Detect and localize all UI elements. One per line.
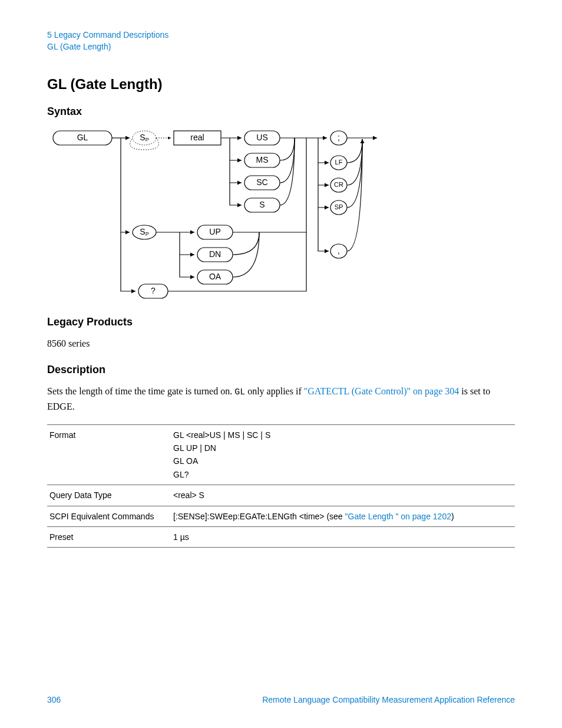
svg-text:,: , — [338, 246, 340, 255]
svg-text:SC: SC — [256, 177, 267, 187]
svg-text:?: ? — [151, 286, 156, 295]
svg-text:CR: CR — [334, 181, 343, 188]
row-value: <real> S — [171, 485, 515, 506]
svg-text:;: ; — [338, 133, 340, 142]
svg-text:SP: SP — [335, 203, 343, 210]
spec-table: Format GL <real>US | MS | SC | S GL UP |… — [47, 424, 515, 548]
desc-pre: Sets the length of time the time gate is… — [47, 386, 234, 396]
row-value: [:SENSe]:SWEep:EGATe:LENGth <time> (see … — [171, 506, 515, 526]
svg-text:S: S — [259, 200, 265, 209]
svg-text:US: US — [256, 133, 267, 142]
header-section: GL (Gate Length) — [47, 41, 515, 53]
header-chapter: 5 Legacy Command Descriptions — [47, 29, 515, 41]
svg-text:LF: LF — [335, 159, 343, 166]
row-label: Preset — [47, 527, 171, 548]
description-paragraph: Sets the length of time the time gate is… — [47, 384, 515, 414]
page-footer: 306 Remote Language Compatibility Measur… — [47, 695, 515, 704]
doc-title: Remote Language Compatibility Measuremen… — [262, 695, 515, 704]
svg-text:MS: MS — [256, 155, 269, 164]
section-description-heading: Description — [47, 364, 515, 376]
row-value: GL <real>US | MS | SC | S GL UP | DN GL … — [171, 424, 515, 485]
table-row: SCPI Equivalent Commands [:SENSe]:SWEep:… — [47, 506, 515, 526]
table-row: Preset 1 µs — [47, 527, 515, 548]
page-title: GL (Gate Length) — [47, 76, 515, 93]
svg-text:real: real — [190, 133, 204, 142]
table-row: Format GL <real>US | MS | SC | S GL UP |… — [47, 424, 515, 485]
svg-text:GL: GL — [77, 133, 88, 142]
desc-code: GL — [234, 387, 245, 397]
gatectl-link[interactable]: "GATECTL (Gate Control)" on page 304 — [304, 386, 459, 396]
desc-mid: only applies if — [245, 386, 304, 396]
legacy-products-text: 8560 series — [47, 337, 515, 351]
row-label: SCPI Equivalent Commands — [47, 506, 171, 526]
svg-text:OA: OA — [209, 272, 222, 281]
row-value: 1 µs — [171, 527, 515, 548]
section-legacy-heading: Legacy Products — [47, 316, 515, 328]
page-number: 306 — [47, 695, 61, 704]
syntax-diagram: .box { fill:#fff; stroke:#000; stroke-wi… — [47, 126, 515, 303]
page-header: 5 Legacy Command Descriptions GL (Gate L… — [47, 29, 515, 52]
svg-text:DN: DN — [209, 249, 221, 259]
svg-text:UP: UP — [209, 227, 220, 236]
section-syntax-heading: Syntax — [47, 106, 515, 118]
gate-length-link[interactable]: "Gate Length " on page 1202 — [345, 512, 451, 521]
table-row: Query Data Type <real> S — [47, 485, 515, 506]
row-label: Format — [47, 424, 171, 485]
row-label: Query Data Type — [47, 485, 171, 506]
